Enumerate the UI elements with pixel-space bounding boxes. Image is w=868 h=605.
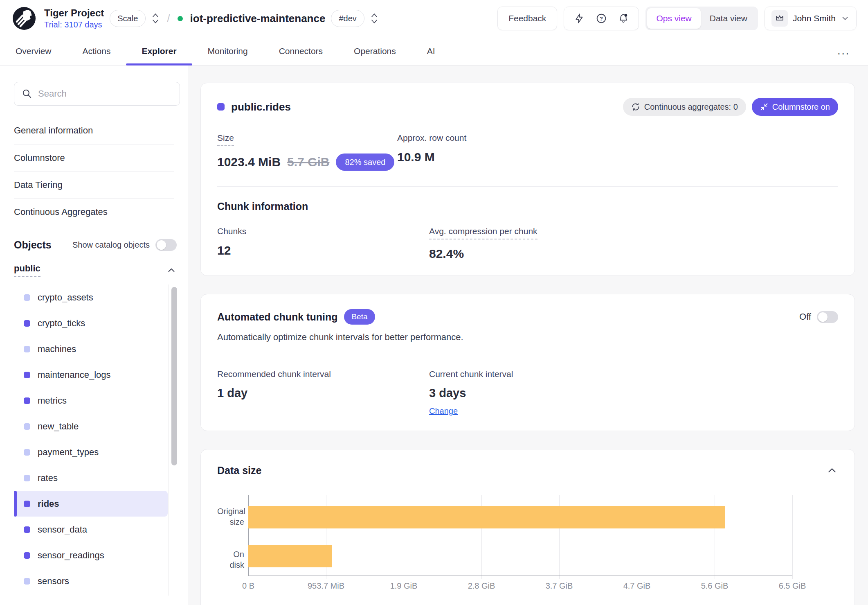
tuning-toggle[interactable]	[817, 311, 838, 323]
continuous-aggregates-label: Continuous aggregates: 0	[644, 102, 738, 112]
ops-view-button[interactable]: Ops view	[647, 8, 700, 29]
avatar	[771, 10, 788, 27]
data-size-chart: Original sizeOn disk	[217, 495, 838, 576]
table-item-label: rates	[38, 473, 58, 483]
data-size-heading: Data size	[217, 465, 261, 476]
hypertable-icon	[24, 526, 30, 533]
columnstore-label: Columnstore on	[772, 102, 830, 112]
tab-ai[interactable]: AI	[412, 37, 451, 65]
x-axis	[248, 576, 792, 576]
table-item-payment_types[interactable]: payment_types	[14, 439, 168, 465]
utility-icon-group: ?	[564, 7, 639, 30]
continuous-aggregates-badge[interactable]: Continuous aggregates: 0	[623, 98, 746, 116]
tab-operations[interactable]: Operations	[338, 37, 412, 65]
table-item-label: payment_types	[38, 447, 99, 458]
table-icon	[24, 346, 30, 352]
current-interval-label: Current chunk interval	[429, 369, 838, 379]
divider	[217, 186, 838, 187]
hypertable-icon	[24, 372, 30, 378]
table-item-label: sensor_readings	[38, 550, 104, 561]
table-item-label: crypto_assets	[38, 292, 93, 303]
schema-row[interactable]: public	[14, 263, 177, 277]
x-tick-label: 1.9 GiB	[390, 581, 418, 591]
trial-status[interactable]: Trial: 3107 days	[44, 20, 104, 29]
tab-monitoring[interactable]: Monitoring	[192, 37, 263, 65]
service-switcher-icon[interactable]	[370, 12, 378, 25]
service-status-dot	[178, 16, 183, 21]
tabs-holder: OverviewActionsExplorerMonitoringConnect…	[0, 37, 451, 65]
compress-icon	[760, 103, 768, 111]
search-box	[14, 82, 180, 106]
feedback-button[interactable]: Feedback	[497, 7, 557, 30]
help-icon[interactable]: ?	[596, 13, 607, 24]
nav-overflow-button[interactable]: ...	[833, 37, 854, 65]
table-item-rides[interactable]: rides	[14, 491, 168, 517]
table-item-maintenance_logs[interactable]: maintenance_logs	[14, 362, 168, 388]
chunks-value: 12	[217, 244, 429, 257]
hypertable-icon	[24, 552, 30, 559]
table-icon	[24, 578, 30, 585]
table-item-label: rides	[38, 499, 59, 509]
sidebar-item-continuous-aggregates[interactable]: Continuous Aggregates	[14, 198, 174, 225]
table-item-label: crypto_ticks	[38, 318, 85, 329]
chunk-info-heading: Chunk information	[217, 201, 838, 212]
catalog-toggle-label: Show catalog objects	[72, 240, 150, 250]
x-tick-label: 4.7 GiB	[623, 581, 651, 591]
object-list: crypto_assetscrypto_ticksmachinesmainten…	[14, 284, 188, 596]
sidebar-item-general-information[interactable]: General information	[14, 117, 174, 144]
table-item-metrics[interactable]: metrics	[14, 388, 168, 413]
recommended-interval-value: 1 day	[217, 386, 429, 400]
tab-overview[interactable]: Overview	[0, 37, 67, 65]
scrollbar-track	[168, 284, 169, 596]
table-item-rates[interactable]: rates	[14, 465, 168, 491]
tab-explorer[interactable]: Explorer	[126, 37, 192, 65]
columnstore-badge[interactable]: Columnstore on	[752, 98, 838, 116]
project-name: Tiger Project	[44, 7, 104, 19]
scrollbar-thumb[interactable]	[171, 287, 177, 465]
change-interval-link[interactable]: Change	[429, 406, 458, 415]
project-switcher-icon[interactable]	[151, 12, 160, 25]
schema-name[interactable]: public	[14, 263, 40, 277]
table-item-sensor_readings[interactable]: sensor_readings	[14, 542, 168, 568]
user-menu[interactable]: John Smith	[765, 7, 857, 30]
data-size-card: Data size Original sizeOn disk 0 B953.7 …	[200, 449, 855, 605]
chevron-up-icon[interactable]	[166, 265, 177, 275]
data-view-button[interactable]: Data view	[701, 8, 756, 29]
service-name: iot-predictive-maintenance	[190, 12, 326, 25]
lightning-icon[interactable]	[574, 13, 585, 24]
table-icon	[24, 449, 30, 456]
env-badge: #dev	[331, 10, 364, 27]
table-item-crypto_ticks[interactable]: crypto_ticks	[14, 310, 168, 336]
table-item-sensors[interactable]: sensors	[14, 568, 168, 594]
saved-badge: 82% saved	[336, 154, 394, 171]
tab-connectors[interactable]: Connectors	[263, 37, 338, 65]
beta-badge: Beta	[344, 309, 375, 325]
sidebar-item-columnstore[interactable]: Columnstore	[14, 144, 174, 171]
service-nav-tabs: OverviewActionsExplorerMonitoringConnect…	[0, 37, 868, 65]
explorer-sidebar: General informationColumnstoreData Tieri…	[0, 65, 188, 605]
x-tick-label: 5.6 GiB	[701, 581, 729, 591]
table-item-machines[interactable]: machines	[14, 336, 168, 362]
chevron-down-icon	[841, 14, 850, 23]
tiger-logo-icon	[12, 7, 36, 30]
table-item-crypto_assets[interactable]: crypto_assets	[14, 284, 168, 310]
collapse-chevron-up-icon[interactable]	[826, 464, 838, 476]
sidebar-item-data-tiering[interactable]: Data Tiering	[14, 171, 174, 198]
notifications-bell-icon[interactable]	[618, 13, 629, 24]
bar-original-size	[248, 506, 725, 528]
table-icon	[24, 475, 30, 481]
tuning-toggle-label: Off	[799, 312, 811, 322]
refresh-icon	[631, 102, 640, 111]
table-item-label: maintenance_logs	[38, 370, 111, 380]
catalog-toggle[interactable]	[155, 239, 177, 251]
search-input[interactable]	[38, 88, 161, 99]
table-item-sensor_data[interactable]: sensor_data	[14, 517, 168, 542]
breadcrumb-separator: /	[167, 12, 170, 25]
avg-compression-value: 82.4%	[429, 247, 838, 261]
table-item-new_table[interactable]: new_table	[14, 413, 168, 439]
recommended-interval-label: Recommended chunk interval	[217, 369, 429, 379]
chart-plot-area	[248, 495, 792, 576]
tab-actions[interactable]: Actions	[67, 37, 126, 65]
bar-on-disk	[248, 545, 332, 567]
size-original: 5.7 GiB	[287, 155, 329, 169]
